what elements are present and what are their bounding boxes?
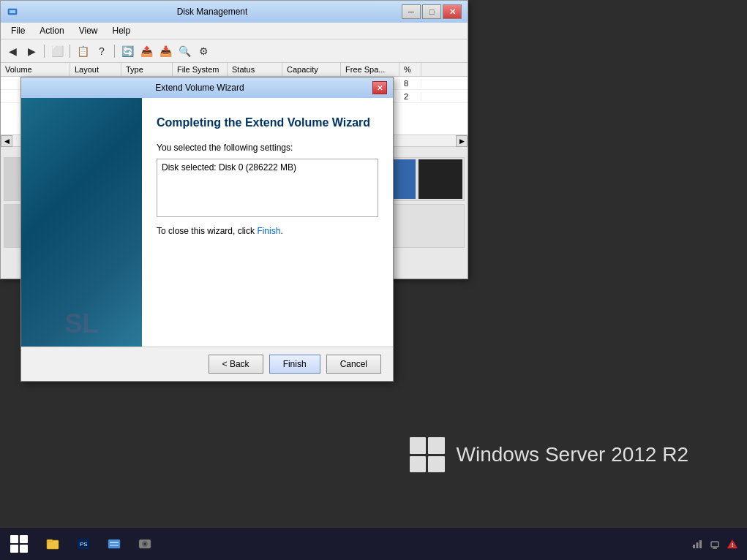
tray-icon-warning[interactable]: ! (727, 538, 738, 550)
svg-rect-3 (47, 540, 53, 542)
wizard-subtitle: You selected the following settings: (157, 143, 378, 153)
menu-action[interactable]: Action (32, 24, 71, 37)
col-header-fs[interactable]: File System (173, 63, 228, 76)
wizard-finish-link[interactable]: Finish (257, 226, 280, 236)
col-header-capacity[interactable]: Capacity (282, 63, 341, 76)
col-header-pct[interactable]: % (399, 63, 421, 76)
scroll-right-btn[interactable]: ▶ (456, 135, 468, 147)
svg-rect-6 (108, 540, 120, 548)
col-header-type[interactable]: Type (121, 63, 173, 76)
svg-rect-13 (697, 542, 699, 548)
taskbar-item-explorer[interactable] (38, 531, 67, 557)
cell-pct-0: 8 (399, 79, 421, 88)
sidebar-watermark: SL (21, 309, 142, 339)
column-headers: Volume Layout Type File System Status Ca… (1, 63, 468, 77)
wizard-content: Completing the Extend Volume Wizard You … (142, 98, 393, 347)
svg-rect-8 (110, 545, 119, 546)
back-button[interactable]: < Back (209, 355, 263, 374)
menu-file[interactable]: File (4, 24, 32, 37)
cancel-button[interactable]: Cancel (326, 355, 381, 374)
extend-volume-wizard: Extend Volume Wizard ✕ SL Completing the… (20, 77, 394, 382)
menu-help[interactable]: Help (105, 24, 138, 37)
svg-rect-14 (699, 540, 702, 548)
wizard-settings-textbox: Disk selected: Disk 0 (286222 MB) (157, 159, 378, 217)
windows-logo-icon (410, 437, 445, 472)
maximize-button[interactable]: □ (422, 4, 441, 19)
close-button[interactable]: ✕ (443, 4, 462, 19)
col-header-volume[interactable]: Volume (1, 63, 70, 76)
wizard-close-note: To close this wizard, click Finish. (157, 226, 378, 236)
title-bar: Disk Management ─ □ ✕ (1, 1, 468, 23)
scroll-left-btn[interactable]: ◀ (1, 135, 12, 147)
taskbar-item-filemanager[interactable] (100, 531, 129, 557)
back-button[interactable]: ◀ (4, 42, 21, 60)
wizard-body: SL Completing the Extend Volume Wizard Y… (21, 98, 393, 347)
menu-bar: File Action View Help (1, 23, 468, 39)
window-title: Disk Management (23, 7, 402, 17)
start-button[interactable] (3, 531, 35, 557)
finish-button[interactable]: Finish (269, 355, 320, 374)
tray-icon-network[interactable] (691, 538, 703, 550)
wizard-title: Extend Volume Wizard (27, 83, 372, 93)
windows-branding: Windows Server 2012 R2 (410, 437, 688, 472)
wizard-close-button[interactable]: ✕ (372, 81, 387, 94)
settings-button[interactable]: ⚙ (195, 42, 212, 60)
windows-brand-text: Windows Server 2012 R2 (457, 443, 688, 466)
forward-button[interactable]: ▶ (23, 42, 40, 60)
window-controls: ─ □ ✕ (402, 4, 462, 19)
toolbar: ◀ ▶ ⬜ 📋 ? 🔄 📤 📥 🔍 ⚙ (1, 39, 468, 63)
view-button[interactable]: 🔍 (176, 42, 193, 60)
taskbar-item-powershell[interactable]: PS (69, 531, 98, 557)
wizard-footer: < Back Finish Cancel (21, 347, 393, 381)
taskbar: PS (0, 528, 747, 560)
svg-rect-15 (711, 542, 718, 547)
col-header-free[interactable]: Free Spa... (341, 63, 399, 76)
col-header-status[interactable]: Status (228, 63, 282, 76)
refresh-button[interactable]: 🔄 (119, 42, 136, 60)
menu-view[interactable]: View (72, 24, 105, 37)
tray-icon-network2[interactable] (709, 538, 721, 550)
import-button[interactable]: 📥 (157, 42, 174, 60)
taskbar-items: PS (38, 531, 691, 557)
svg-rect-1 (10, 10, 15, 13)
toolbar-sep-3 (114, 45, 115, 58)
export-button[interactable]: 📤 (138, 42, 155, 60)
svg-point-11 (144, 543, 146, 545)
taskbar-item-disk[interactable] (130, 531, 159, 557)
taskbar-tray: ! (691, 538, 744, 550)
col-header-layout[interactable]: Layout (70, 63, 121, 76)
svg-text:PS: PS (80, 541, 88, 548)
svg-text:!: ! (732, 542, 734, 548)
toolbar-sep-2 (70, 45, 70, 58)
start-logo-icon (10, 535, 28, 553)
up-button[interactable]: ⬜ (48, 42, 66, 60)
desktop: Windows Server 2012 R2 Disk Management ─… (0, 0, 747, 560)
svg-rect-12 (693, 545, 695, 548)
wizard-selected-settings: Disk selected: Disk 0 (286222 MB) (162, 162, 296, 173)
help-button[interactable]: ? (93, 42, 110, 60)
wizard-title-bar: Extend Volume Wizard ✕ (21, 77, 393, 98)
disk-partition-free[interactable] (418, 159, 462, 199)
minimize-button[interactable]: ─ (402, 4, 421, 19)
wizard-heading: Completing the Extend Volume Wizard (157, 116, 378, 131)
svg-rect-7 (110, 542, 119, 543)
toolbar-sep-1 (44, 45, 45, 58)
properties-button[interactable]: 📋 (74, 42, 91, 60)
cell-pct-1: 2 (399, 92, 421, 101)
wizard-sidebar: SL (21, 98, 142, 347)
app-icon (7, 6, 18, 18)
